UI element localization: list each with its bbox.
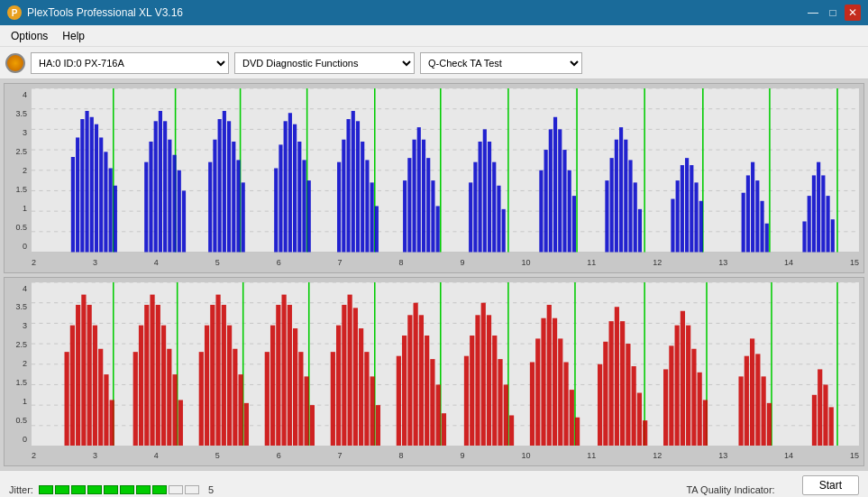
svg-rect-115	[826, 196, 829, 252]
svg-rect-101	[699, 201, 703, 253]
svg-rect-68	[469, 182, 472, 252]
jitter-seg-2	[55, 485, 69, 494]
svg-rect-36	[232, 142, 235, 253]
svg-rect-19	[114, 186, 117, 253]
test-select[interactable]: Q-Check TA Test	[420, 52, 582, 74]
svg-rect-149	[210, 304, 215, 446]
svg-rect-165	[310, 405, 315, 446]
svg-rect-107	[760, 201, 763, 253]
start-button[interactable]: Start	[802, 475, 859, 495]
bottom-chart-y-axis: 4 3.5 3 2.5 2 1.5 1 0.5 0	[5, 282, 32, 446]
jitter-seg-6	[120, 485, 134, 494]
title-left: P PlexTools Professional XL V3.16	[7, 5, 183, 20]
svg-rect-104	[746, 175, 750, 252]
svg-rect-129	[76, 304, 80, 446]
jitter-value: 5	[208, 484, 214, 495]
svg-rect-32	[213, 140, 216, 253]
svg-rect-43	[288, 113, 292, 252]
svg-rect-159	[276, 304, 280, 446]
svg-rect-49	[337, 162, 341, 253]
svg-rect-44	[293, 124, 297, 253]
svg-rect-168	[336, 325, 341, 446]
svg-rect-96	[676, 180, 680, 252]
svg-rect-170	[348, 294, 352, 446]
close-button[interactable]: ✕	[845, 5, 861, 21]
bottom-chart: 4 3.5 3 2.5 2 1.5 1 0.5 0	[4, 277, 864, 467]
svg-rect-80	[553, 117, 557, 253]
minimize-button[interactable]: —	[805, 5, 821, 21]
jitter-seg-4	[87, 485, 102, 494]
svg-rect-52	[352, 111, 355, 253]
svg-rect-148	[205, 325, 209, 446]
svg-rect-222	[691, 348, 696, 446]
svg-rect-90	[624, 140, 627, 253]
svg-rect-185	[442, 413, 446, 446]
svg-rect-112	[812, 175, 816, 252]
device-select[interactable]: HA:0 ID:0 PX-716A	[31, 52, 229, 74]
svg-rect-144	[172, 374, 177, 446]
svg-rect-233	[812, 394, 817, 446]
svg-rect-87	[610, 158, 614, 252]
svg-rect-127	[65, 352, 69, 446]
svg-rect-152	[227, 325, 232, 446]
svg-rect-151	[222, 304, 226, 446]
svg-rect-128	[70, 325, 75, 446]
svg-rect-72	[488, 142, 491, 253]
svg-rect-114	[821, 175, 825, 252]
svg-rect-230	[762, 376, 766, 446]
svg-rect-205	[575, 417, 580, 446]
device-icon	[5, 53, 25, 73]
svg-rect-24	[159, 111, 162, 253]
svg-rect-155	[244, 402, 249, 446]
svg-rect-137	[133, 352, 138, 446]
svg-rect-198	[535, 338, 540, 446]
jitter-seg-10	[185, 485, 199, 494]
svg-rect-171	[353, 308, 358, 446]
function-select[interactable]: DVD Diagnostic Functions	[234, 52, 415, 74]
svg-rect-131	[87, 304, 92, 446]
svg-rect-86	[605, 180, 608, 252]
svg-rect-227	[745, 355, 749, 446]
svg-rect-194	[504, 384, 508, 446]
menu-help[interactable]: Help	[55, 28, 92, 44]
svg-rect-142	[161, 325, 166, 446]
svg-rect-15	[95, 124, 98, 253]
svg-rect-99	[690, 165, 693, 252]
svg-rect-103	[742, 193, 745, 253]
svg-rect-161	[288, 304, 292, 446]
menu-bar: Options Help	[0, 25, 868, 47]
svg-rect-46	[302, 160, 306, 252]
svg-rect-11	[76, 137, 79, 252]
svg-rect-28	[178, 170, 181, 253]
svg-rect-181	[419, 315, 424, 446]
svg-rect-108	[765, 224, 769, 253]
svg-rect-163	[298, 352, 303, 446]
svg-rect-138	[139, 325, 143, 446]
svg-rect-47	[307, 180, 311, 252]
svg-rect-183	[430, 359, 434, 446]
svg-rect-141	[156, 304, 160, 446]
svg-rect-208	[603, 341, 608, 446]
menu-options[interactable]: Options	[4, 28, 55, 44]
maximize-button[interactable]: □	[825, 5, 841, 21]
svg-rect-192	[492, 335, 497, 446]
svg-rect-69	[473, 162, 477, 253]
svg-rect-184	[436, 384, 441, 446]
svg-rect-40	[274, 168, 278, 252]
svg-rect-82	[562, 150, 566, 252]
svg-rect-26	[168, 140, 171, 253]
svg-rect-73	[492, 162, 496, 253]
svg-rect-210	[615, 307, 619, 446]
svg-rect-14	[90, 117, 94, 253]
svg-rect-91	[628, 160, 632, 252]
svg-rect-64	[426, 158, 430, 252]
svg-rect-57	[375, 206, 379, 252]
svg-rect-21	[144, 162, 148, 253]
svg-rect-84	[572, 196, 576, 252]
svg-rect-55	[365, 160, 369, 252]
svg-rect-93	[638, 209, 642, 253]
svg-rect-23	[154, 121, 158, 252]
jitter-bar	[39, 485, 199, 494]
main-content: 4 3.5 3 2.5 2 1.5 1 0.5 0	[0, 79, 868, 470]
svg-rect-110	[802, 221, 806, 252]
